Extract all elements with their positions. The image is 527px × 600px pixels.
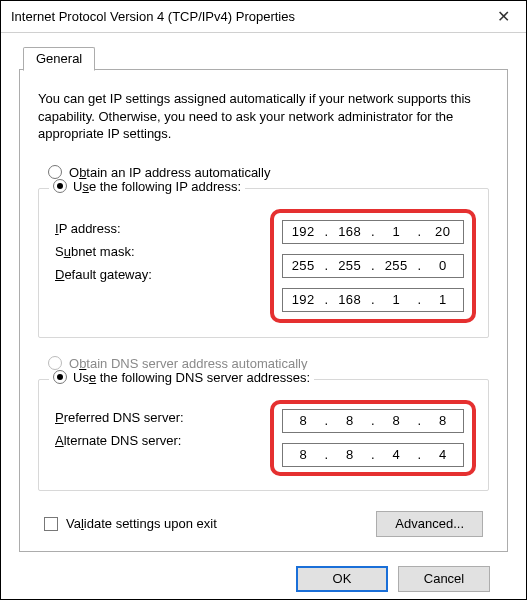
radio-icon (48, 165, 62, 179)
ok-button[interactable]: OK (296, 566, 388, 592)
radio-ip-auto[interactable]: Obtain an IP address automatically (48, 165, 489, 180)
cancel-button[interactable]: Cancel (398, 566, 490, 592)
radio-icon (48, 356, 62, 370)
radio-ip-manual[interactable]: Use the following IP address: (49, 179, 245, 194)
dns-group: Use the following DNS server addresses: … (38, 379, 489, 491)
window-title: Internet Protocol Version 4 (TCP/IPv4) P… (11, 9, 295, 24)
validate-checkbox[interactable]: Validate settings upon exit (44, 516, 217, 531)
radio-dns-auto: Obtain DNS server address automatically (48, 356, 489, 371)
radio-icon (53, 179, 67, 193)
ip-group: Use the following IP address: IP address… (38, 188, 489, 338)
tab-general[interactable]: General (23, 47, 95, 71)
alternate-dns-label: Alternate DNS server: (55, 433, 181, 448)
tab-panel: You can get IP settings assigned automat… (19, 70, 508, 552)
subnet-mask-input[interactable]: 255.255.255.0 (282, 254, 464, 278)
dialog-footer: OK Cancel (19, 552, 508, 592)
advanced-button[interactable]: Advanced... (376, 511, 483, 537)
preferred-dns-label: Preferred DNS server: (55, 410, 184, 425)
radio-dns-manual[interactable]: Use the following DNS server addresses: (49, 370, 314, 385)
validate-label: Validate settings upon exit (66, 516, 217, 531)
radio-ip-manual-label: Use the following IP address: (73, 179, 241, 194)
dns-highlight: 8.8.8.8 8.8.4.4 (270, 400, 476, 476)
close-icon[interactable]: ✕ (480, 1, 526, 33)
checkbox-icon (44, 517, 58, 531)
default-gateway-label: Default gateway: (55, 267, 152, 282)
intro-text: You can get IP settings assigned automat… (38, 90, 489, 143)
default-gateway-input[interactable]: 192.168.1.1 (282, 288, 464, 312)
radio-ip-auto-label: Obtain an IP address automatically (69, 165, 270, 180)
ip-address-label: IP address: (55, 221, 121, 236)
radio-dns-manual-label: Use the following DNS server addresses: (73, 370, 310, 385)
radio-icon (53, 370, 67, 384)
ip-address-input[interactable]: 192.168.1.20 (282, 220, 464, 244)
ip-highlight: 192.168.1.20 255.255.255.0 192.168.1.1 (270, 209, 476, 323)
preferred-dns-input[interactable]: 8.8.8.8 (282, 409, 464, 433)
alternate-dns-input[interactable]: 8.8.4.4 (282, 443, 464, 467)
radio-dns-auto-label: Obtain DNS server address automatically (69, 356, 307, 371)
subnet-mask-label: Subnet mask: (55, 244, 135, 259)
tab-row: General (19, 45, 508, 70)
titlebar: Internet Protocol Version 4 (TCP/IPv4) P… (1, 1, 526, 33)
